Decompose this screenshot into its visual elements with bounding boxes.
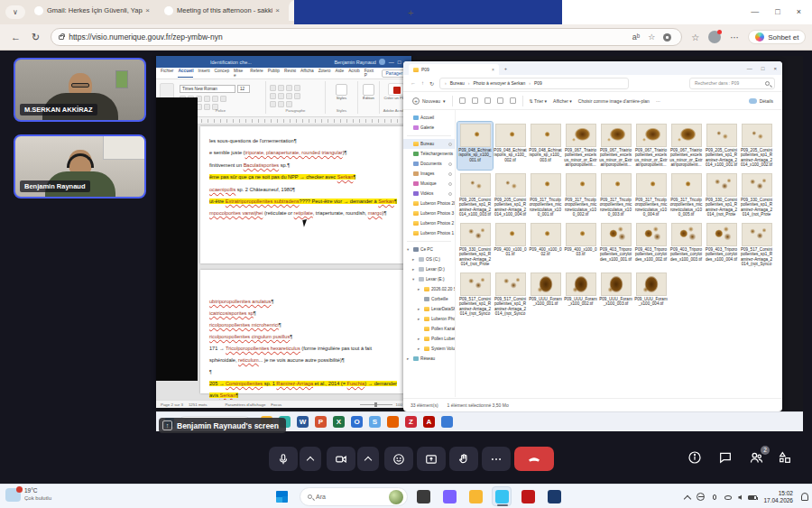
favorite-star-icon[interactable]: ☆	[648, 32, 655, 42]
edition-button-label[interactable]: Édition	[358, 96, 379, 100]
rename-icon[interactable]	[497, 97, 503, 104]
ribbon-tab[interactable]: Aide	[336, 69, 345, 78]
sidebar-item[interactable]: Luberon Photos 20...	[403, 199, 455, 208]
file-item[interactable]: P09_400_x100_003.tif	[563, 221, 598, 269]
file-item[interactable]: P09_317_Tricolporopollenites_microreticu…	[633, 171, 669, 219]
explorer-tab[interactable]: P09 ×	[409, 64, 499, 75]
media-camera-icon[interactable]	[663, 33, 671, 42]
sidebar-item[interactable]: ▸Luberon Photos 2...	[403, 314, 455, 324]
participant-video-tile[interactable]: M.SERKAN AKKİRAZ	[14, 58, 146, 122]
ribbon-tab[interactable]: Mise e	[234, 69, 245, 78]
hang-up-button[interactable]	[514, 447, 554, 471]
translate-icon[interactable]: aᵇ	[632, 32, 640, 42]
list-icons[interactable]	[270, 85, 300, 91]
styles-gallery-icon[interactable]	[336, 84, 347, 96]
sidebar-item[interactable]: Luberon Photos 1 c	[403, 228, 455, 238]
paste-icon[interactable]	[484, 97, 491, 104]
zoom-slider[interactable]	[360, 404, 392, 405]
sidebar-item[interactable]: Galerie	[403, 123, 455, 133]
ribbon-tab[interactable]: Référe	[250, 69, 263, 78]
camera-button[interactable]	[327, 447, 355, 471]
file-item[interactable]: P09_403_Triporopollenites_coryloides_x10…	[669, 221, 704, 269]
notification-bell-icon[interactable]	[801, 493, 808, 501]
expander-icon[interactable]: ▸	[418, 287, 422, 291]
file-item[interactable]: P09_330_Corsinipollenites_sp1_Ramirez-Ar…	[739, 171, 774, 219]
file-item[interactable]: P09_317_Tricolporopollenites_microreticu…	[598, 171, 633, 219]
word-count[interactable]: 1251 mots	[189, 402, 208, 407]
sidebar-item[interactable]: Luberon Photos 2 c	[403, 218, 455, 228]
breadcrumb-item[interactable]: P09	[534, 80, 542, 86]
file-item[interactable]: P09_205_Corsinipollenites_sp1_Ramirez-Ar…	[704, 122, 739, 170]
sidebar-item[interactable]: Documents	[403, 159, 455, 169]
shared-taskbar-app-icon[interactable]: O	[351, 416, 363, 428]
more-menu-icon[interactable]: ⋯	[730, 32, 739, 42]
sidebar-item[interactable]: Corbeille	[403, 294, 455, 304]
sidebar-item[interactable]: Téléchargements	[403, 149, 455, 159]
file-item[interactable]: P09_UUU_Foram_x100_003.tif	[598, 271, 633, 319]
shared-taskbar-app-icon[interactable]	[441, 416, 453, 428]
display-settings[interactable]: Paramètres d'affichage	[225, 402, 265, 407]
expander-icon[interactable]: ▸	[418, 337, 422, 341]
details-toggle[interactable]: Détails	[749, 98, 773, 104]
file-item[interactable]: P09_517_Corsinipollenites_sp1_Ramirez-Ar…	[457, 271, 493, 319]
minimize-button[interactable]: —	[751, 7, 759, 16]
browser-tab[interactable]: Gmail: Herkes İçin Güvenli, Yapay Z ×	[29, 0, 155, 21]
indent-icons[interactable]	[270, 101, 292, 107]
file-item[interactable]: P09_205_Corsinipollenites_sp1_Ramirez-Ar…	[457, 171, 493, 219]
sort-button[interactable]: ⇅ Trier ▾	[530, 98, 548, 104]
browser-tab[interactable]: Meeting of this afternoon - sakkira ×	[159, 0, 285, 21]
refresh-button[interactable]: ↻	[32, 32, 40, 43]
shared-taskbar-app-icon[interactable]: W	[297, 416, 309, 428]
meeting-info-button[interactable]	[687, 450, 702, 468]
weather-widget[interactable]: 19°C Çok bulutlu	[5, 487, 51, 502]
new-tab-button[interactable]: +	[408, 7, 413, 18]
sidebar-item[interactable]: Vidéos	[403, 189, 455, 199]
file-item[interactable]: P09_048_Echinatisporis_sp_x100_001.tif	[457, 122, 493, 170]
file-item[interactable]: P09_403_Triporopollenites_coryloides_x10…	[598, 221, 633, 269]
file-item[interactable]: P09_317_Tricolporopollenites_microreticu…	[563, 171, 598, 219]
taskbar-app-icon[interactable]	[413, 486, 433, 506]
file-item[interactable]: P09_UUU_Foram_x100_004.tif	[633, 271, 669, 319]
shared-taskbar-app-icon[interactable]: Z	[405, 416, 417, 428]
reactions-button[interactable]	[384, 447, 413, 471]
page-indicator[interactable]: Page 2 sur 3	[161, 402, 183, 407]
taskbar-app-icon[interactable]	[518, 486, 538, 506]
taskbar-app-icon[interactable]	[544, 486, 564, 506]
sidebar-item[interactable]: ▾Lexar (E:)	[403, 274, 455, 284]
file-item[interactable]: P09_067_Triatriopollenites_excelsus_mino…	[633, 122, 669, 170]
file-item[interactable]: P09_403_Triporopollenites_coryloides_x10…	[633, 221, 669, 269]
ribbon-tab[interactable]: Publip	[268, 69, 280, 78]
network-icon[interactable]	[697, 493, 705, 501]
microphone-button[interactable]	[269, 447, 298, 471]
ribbon-tab[interactable]: Fichier	[161, 69, 173, 78]
volume-icon[interactable]	[738, 494, 742, 500]
align-icons[interactable]	[270, 93, 300, 99]
collections-icon[interactable]: ☆	[691, 32, 699, 42]
ribbon-tab[interactable]: Afficha	[300, 69, 314, 78]
browser-tab[interactable]: Visio - zep-ymbw-nyn ×	[289, 0, 415, 21]
sidebar-item[interactable]: Accueil	[403, 113, 455, 123]
shared-taskbar-app-icon[interactable]: X	[333, 416, 345, 428]
more-options-button[interactable]	[482, 447, 511, 471]
sidebar-item[interactable]: Images	[403, 169, 455, 179]
tab-close-icon[interactable]: ×	[145, 6, 150, 14]
breadcrumb-item[interactable]: Photo à envoyer à Serkan	[474, 80, 526, 86]
nav-refresh-icon[interactable]: ↻	[429, 80, 434, 87]
ribbon-tab[interactable]: Zotero	[318, 69, 331, 78]
breadcrumb[interactable]: › Bureau › Photo à envoyer à Serkan › P0…	[439, 78, 629, 89]
url-bar[interactable]: https://visio.numerique.gouv.fr/zep-ymbw…	[51, 28, 682, 46]
shared-taskbar-app-icon[interactable]: S	[369, 416, 381, 428]
participant-video-tile[interactable]: Benjamin Raynaud	[14, 134, 146, 199]
ribbon-tab[interactable]: Foxit P	[364, 69, 377, 78]
file-item[interactable]: P09_067_Triatriopollenites_excelsus_mino…	[598, 122, 633, 170]
file-item[interactable]: P09_067_Triatriopollenites_excelsus_mino…	[669, 122, 704, 170]
file-item[interactable]: P09_205_Corsinipollenites_sp1_Ramirez-Ar…	[493, 171, 528, 219]
delete-icon[interactable]	[510, 97, 516, 104]
file-item[interactable]: P09_317_Tricolporopollenites_microreticu…	[528, 171, 563, 219]
copilot-button[interactable]: Sohbet et	[748, 30, 806, 44]
explorer-minimize-icon[interactable]: —	[747, 66, 752, 71]
sidebar-item[interactable]: ▸System Volume In...	[403, 344, 455, 354]
expander-icon[interactable]: ▸	[418, 346, 422, 351]
shared-taskbar-app-icon[interactable]	[387, 416, 399, 428]
battery-icon[interactable]	[748, 495, 757, 500]
